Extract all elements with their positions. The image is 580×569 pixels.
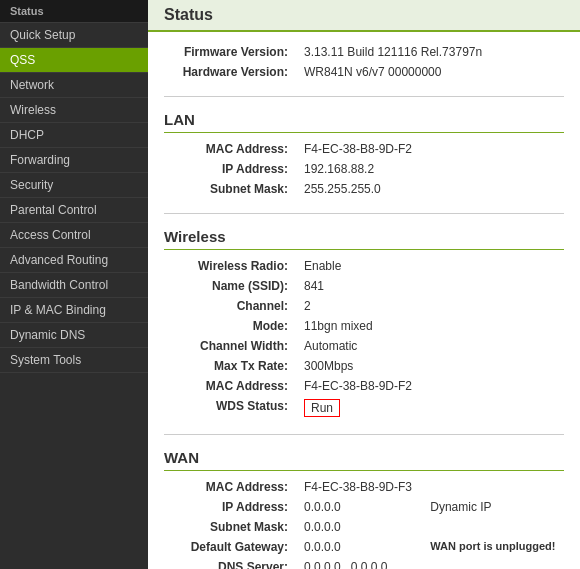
system-info-table: Firmware Version: 3.13.11 Build 121116 R… xyxy=(164,42,564,82)
lan-ip-label: IP Address: xyxy=(164,159,294,179)
wan-ip-type: Dynamic IP xyxy=(420,497,564,517)
firmware-value: 3.13.11 Build 121116 Rel.73797n xyxy=(294,42,564,62)
lan-ip-value: 192.168.88.2 xyxy=(294,159,564,179)
sidebar-item-forwarding[interactable]: Forwarding xyxy=(0,148,148,173)
sidebar-item-system-tools[interactable]: System Tools xyxy=(0,348,148,373)
lan-mac-label: MAC Address: xyxy=(164,139,294,159)
lan-table: MAC Address: F4-EC-38-B8-9D-F2 IP Addres… xyxy=(164,139,564,199)
wan-ip-value: 0.0.0.0 xyxy=(294,497,420,517)
wan-subnet-label: Subnet Mask: xyxy=(164,517,294,537)
wireless-ssid-value: 841 xyxy=(294,276,564,296)
sidebar-item-bandwidth-control[interactable]: Bandwidth Control xyxy=(0,273,148,298)
wan-gateway-value: 0.0.0.0 xyxy=(294,537,420,557)
wireless-mode-label: Mode: xyxy=(164,316,294,336)
wan-dns-label: DNS Server: xyxy=(164,557,294,569)
wan-title: WAN xyxy=(164,449,564,471)
sidebar-item-advanced-routing[interactable]: Advanced Routing xyxy=(0,248,148,273)
firmware-label: Firmware Version: xyxy=(164,42,294,62)
sidebar-item-status[interactable]: Status xyxy=(0,0,148,23)
wireless-wds-label: WDS Status: xyxy=(164,396,294,420)
wireless-width-value: Automatic xyxy=(294,336,564,356)
wan-ip-label: IP Address: xyxy=(164,497,294,517)
wan-mac-label: MAC Address: xyxy=(164,477,294,497)
wan-gateway-label: Default Gateway: xyxy=(164,537,294,557)
hardware-value: WR841N v6/v7 00000000 xyxy=(294,62,564,82)
wireless-mac-label: MAC Address: xyxy=(164,376,294,396)
main-content: Status Firmware Version: 3.13.11 Build 1… xyxy=(148,0,580,569)
wan-table: MAC Address: F4-EC-38-B8-9D-F3 IP Addres… xyxy=(164,477,564,569)
wireless-wds-value: Run xyxy=(294,396,564,420)
wireless-section: Wireless Wireless Radio: Enable Name (SS… xyxy=(148,218,580,430)
wireless-mode-value: 11bgn mixed xyxy=(294,316,564,336)
wan-subnet-value: 0.0.0.0 xyxy=(294,517,420,537)
lan-title: LAN xyxy=(164,111,564,133)
sidebar-item-ip-mac-binding[interactable]: IP & MAC Binding xyxy=(0,298,148,323)
wan-mac-value: F4-EC-38-B8-9D-F3 xyxy=(294,477,420,497)
sidebar-item-access-control[interactable]: Access Control xyxy=(0,223,148,248)
sidebar-item-dhcp[interactable]: DHCP xyxy=(0,123,148,148)
wireless-width-label: Channel Width: xyxy=(164,336,294,356)
lan-mac-value: F4-EC-38-B8-9D-F2 xyxy=(294,139,564,159)
sidebar-item-wireless[interactable]: Wireless xyxy=(0,98,148,123)
sidebar-item-qss[interactable]: QSS xyxy=(0,48,148,73)
lan-subnet-label: Subnet Mask: xyxy=(164,179,294,199)
wireless-table: Wireless Radio: Enable Name (SSID): 841 … xyxy=(164,256,564,420)
sidebar: Status Quick Setup QSS Network Wireless … xyxy=(0,0,148,569)
wireless-mac-value: F4-EC-38-B8-9D-F2 xyxy=(294,376,564,396)
wan-section: WAN MAC Address: F4-EC-38-B8-9D-F3 IP Ad… xyxy=(148,439,580,569)
wireless-txrate-label: Max Tx Rate: xyxy=(164,356,294,376)
wireless-txrate-value: 300Mbps xyxy=(294,356,564,376)
wireless-radio-label: Wireless Radio: xyxy=(164,256,294,276)
sidebar-item-quick-setup[interactable]: Quick Setup xyxy=(0,23,148,48)
wireless-channel-label: Channel: xyxy=(164,296,294,316)
system-info-section: Firmware Version: 3.13.11 Build 121116 R… xyxy=(148,32,580,92)
wan-error-message: WAN port is unplugged! xyxy=(420,537,564,557)
wireless-radio-value: Enable xyxy=(294,256,564,276)
sidebar-item-dynamic-dns[interactable]: Dynamic DNS xyxy=(0,323,148,348)
lan-section: LAN MAC Address: F4-EC-38-B8-9D-F2 IP Ad… xyxy=(148,101,580,209)
sidebar-item-security[interactable]: Security xyxy=(0,173,148,198)
wireless-title: Wireless xyxy=(164,228,564,250)
hardware-label: Hardware Version: xyxy=(164,62,294,82)
wireless-ssid-label: Name (SSID): xyxy=(164,276,294,296)
wan-dns-value: 0.0.0.0 , 0.0.0.0 xyxy=(294,557,420,569)
lan-subnet-value: 255.255.255.0 xyxy=(294,179,564,199)
sidebar-item-network[interactable]: Network xyxy=(0,73,148,98)
page-title: Status xyxy=(148,0,580,32)
wireless-channel-value: 2 xyxy=(294,296,564,316)
sidebar-item-parental-control[interactable]: Parental Control xyxy=(0,198,148,223)
